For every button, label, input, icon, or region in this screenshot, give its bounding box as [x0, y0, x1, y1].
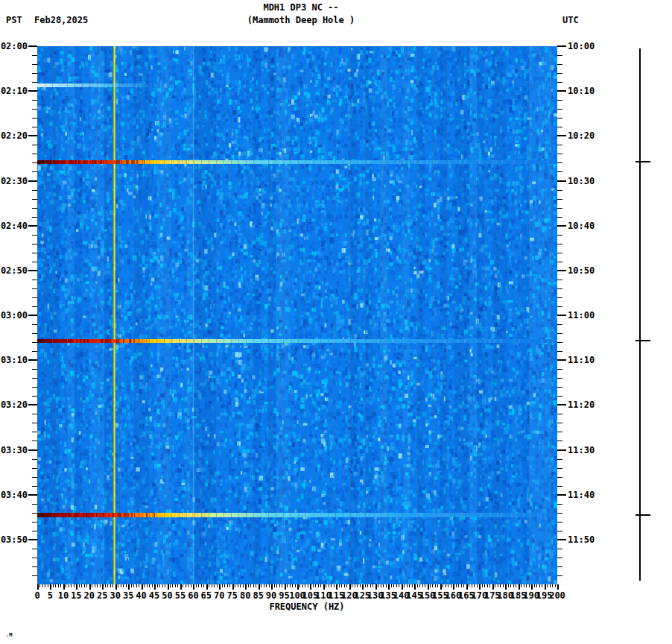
freq-minor-tick [529, 584, 530, 587]
pst-minor-tick [32, 235, 37, 236]
freq-tick-label: 95 [279, 591, 289, 601]
utc-tick-label: 11:30 [568, 445, 595, 455]
freq-minor-tick [177, 584, 178, 587]
pst-minor-tick [32, 73, 37, 74]
utc-minor-tick [557, 280, 562, 280]
freq-minor-tick [274, 584, 275, 587]
pst-minor-tick [32, 477, 37, 478]
freq-minor-tick [308, 584, 308, 587]
pst-minor-tick [32, 575, 37, 576]
freq-minor-tick [45, 584, 45, 587]
pst-tick-label: 03:50 [0, 534, 28, 545]
freq-minor-tick [437, 584, 438, 587]
pst-major-tick [28, 180, 37, 182]
freq-minor-tick [133, 584, 134, 587]
freq-minor-tick [448, 584, 448, 587]
utc-minor-tick [557, 145, 562, 145]
freq-major-tick [479, 584, 481, 590]
utc-minor-tick [557, 171, 562, 172]
freq-major-tick [245, 584, 247, 590]
freq-minor-tick [118, 584, 118, 587]
utc-major-tick [557, 180, 566, 182]
utc-minor-tick [557, 531, 562, 531]
freq-minor-tick [299, 584, 300, 587]
utc-minor-tick [557, 549, 562, 549]
pst-minor-tick [32, 558, 37, 558]
freq-minor-tick [461, 584, 462, 587]
utc-minor-tick [557, 82, 562, 83]
freq-major-tick [310, 584, 311, 590]
freq-minor-tick [276, 584, 277, 587]
pst-minor-tick [32, 199, 37, 200]
pst-major-tick [28, 404, 37, 405]
pst-tick-label: 02:30 [0, 176, 28, 186]
freq-major-tick [271, 584, 273, 590]
pst-minor-tick [32, 154, 37, 154]
pst-major-tick [28, 449, 37, 451]
freq-major-tick [349, 584, 351, 590]
utc-minor-tick [557, 244, 562, 244]
utc-minor-tick [557, 477, 562, 478]
freq-major-tick [428, 584, 429, 590]
utc-minor-tick [557, 324, 562, 325]
freq-minor-tick [313, 584, 314, 587]
freq-minor-tick [355, 584, 355, 587]
freq-tick-label: 0 [34, 591, 39, 601]
freq-major-tick [142, 584, 143, 590]
freq-minor-tick [279, 584, 280, 587]
scale-bar-event-tick [635, 161, 650, 162]
utc-minor-tick [557, 333, 562, 334]
freq-major-tick [375, 584, 377, 590]
utc-minor-tick [557, 288, 562, 289]
freq-minor-tick [243, 584, 244, 587]
freq-minor-tick [74, 584, 75, 587]
utc-minor-tick [557, 558, 562, 558]
date-label: Feb28,2025 [34, 15, 88, 25]
freq-minor-tick [320, 584, 321, 587]
freq-minor-tick [212, 584, 212, 587]
freq-minor-tick [489, 584, 490, 587]
freq-tick-label: 40 [136, 591, 146, 601]
pst-minor-tick [32, 280, 37, 280]
freq-minor-tick [419, 584, 420, 587]
freq-minor-tick [261, 584, 261, 587]
freq-major-tick [453, 584, 454, 590]
freq-minor-tick [170, 584, 171, 587]
pst-major-tick [28, 494, 37, 496]
freq-minor-tick [555, 584, 556, 587]
utc-major-tick [557, 404, 566, 405]
freq-minor-tick [196, 584, 197, 587]
freq-tick-label: 70 [214, 591, 224, 601]
utc-minor-tick [557, 73, 562, 74]
freq-minor-tick [172, 584, 173, 587]
freq-major-tick [440, 584, 442, 590]
freq-minor-tick [149, 584, 150, 587]
freq-minor-tick [39, 584, 40, 587]
freq-minor-tick [346, 584, 347, 587]
pst-tick-label: 03:40 [0, 490, 28, 500]
freq-minor-tick [422, 584, 423, 587]
utc-minor-tick [557, 297, 562, 298]
freq-minor-tick [147, 584, 148, 587]
pst-minor-tick [32, 208, 37, 209]
freq-minor-tick [214, 584, 215, 587]
pst-tick-label: 02:40 [0, 221, 28, 231]
frequency-axis-label: FREQUENCY (HZ) [269, 602, 344, 612]
utc-minor-tick [557, 504, 562, 505]
freq-minor-tick [334, 584, 335, 587]
utc-major-tick [557, 225, 566, 227]
pst-tick-label: 03:30 [0, 445, 28, 455]
freq-major-tick [388, 584, 390, 590]
freq-minor-tick [383, 584, 384, 587]
pst-minor-tick [32, 504, 37, 505]
freq-minor-tick [81, 584, 82, 587]
pst-minor-tick [32, 297, 37, 298]
utc-major-tick [557, 315, 566, 316]
freq-minor-tick [100, 584, 101, 587]
freq-minor-tick [407, 584, 408, 587]
pst-minor-tick [32, 262, 37, 262]
pst-minor-tick [32, 306, 37, 307]
scale-bar-event-tick [635, 340, 650, 341]
utc-minor-tick [557, 468, 562, 469]
freq-tick-label: 85 [253, 591, 263, 601]
